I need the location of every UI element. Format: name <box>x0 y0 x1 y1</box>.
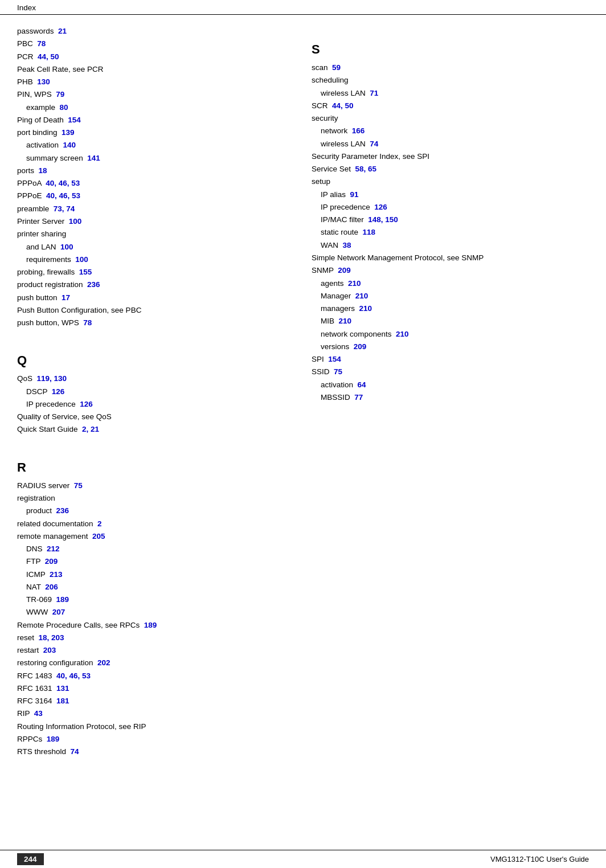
entry-scr: SCR 44, 50 <box>312 100 589 112</box>
entry-rfc3164: RFC 3164 181 <box>17 695 294 707</box>
entry-simple-network-mgmt: Simple Network Management Protocol, see … <box>312 252 589 264</box>
entry-wan: WAN 38 <box>312 239 589 252</box>
entry-ping-of-death: Ping of Death 154 <box>17 114 294 126</box>
entry-ip-mac-filter: IP/MAC filter 148, 150 <box>312 214 589 226</box>
entry-mbssid: MBSSID 77 <box>312 391 589 404</box>
entry-pppoe: PPPoE 40, 46, 53 <box>17 190 294 202</box>
index-entries-q: QoS 119, 130 DSCP 126 IP precedence 126 … <box>17 372 294 436</box>
footer-page: 244 <box>17 853 44 865</box>
section-s: S <box>312 42 589 57</box>
entry-activation-port: activation 140 <box>17 139 294 152</box>
entry-snmp: SNMP 209 <box>312 264 589 277</box>
section-q: Q <box>17 353 294 368</box>
header: Index <box>0 0 606 15</box>
section-r: R <box>17 460 294 475</box>
entry-restoring-config: restoring configuration 202 <box>17 657 294 669</box>
entry-nat: NAT 206 <box>17 581 294 593</box>
entry-icmp: ICMP 213 <box>17 568 294 581</box>
right-column: S scan 59 scheduling wireless LAN 71 SCR… <box>312 25 589 759</box>
entry-ssid: SSID 75 <box>312 366 589 378</box>
entry-push-button: push button 17 <box>17 292 294 304</box>
entry-peak-cell-rate: Peak Cell Rate, see PCR <box>17 63 294 76</box>
entry-rfc1631: RFC 1631 131 <box>17 682 294 695</box>
entry-tr069: TR-069 189 <box>17 593 294 606</box>
entry-versions: versions 209 <box>312 341 589 353</box>
entry-setup: setup <box>312 175 589 188</box>
entry-and-lan: and LAN 100 <box>17 241 294 253</box>
entry-related-documentation: related documentation 2 <box>17 518 294 530</box>
entry-dns: DNS 212 <box>17 543 294 555</box>
entry-ftp: FTP 209 <box>17 555 294 568</box>
entry-ip-precedence-q: IP precedence 126 <box>17 398 294 411</box>
left-column: passwords 21 PBC 78 PCR 44, 50 Peak Cell… <box>17 25 312 759</box>
entry-pbc: PBC 78 <box>17 38 294 50</box>
entry-printer-sharing: printer sharing <box>17 228 294 240</box>
entry-rts-threshold: RTS threshold 74 <box>17 746 294 758</box>
entry-phb: PHB 130 <box>17 76 294 88</box>
entry-ports: ports 18 <box>17 165 294 177</box>
entry-requirements: requirements 100 <box>17 253 294 266</box>
entry-mib: MIB 210 <box>312 315 589 327</box>
header-title: Index <box>17 3 36 12</box>
entry-product-registration: product registration 236 <box>17 279 294 291</box>
entry-quick-start-guide: Quick Start Guide 2, 21 <box>17 423 294 436</box>
entry-push-button-config: Push Button Configuration, see PBC <box>17 304 294 317</box>
entry-rfc1483: RFC 1483 40, 46, 53 <box>17 670 294 682</box>
index-entries-s: scan 59 scheduling wireless LAN 71 SCR 4… <box>312 62 589 404</box>
entry-push-button-wps: push button, WPS 78 <box>17 317 294 329</box>
index-entries-r: RADIUS server 75 registration product 23… <box>17 480 294 759</box>
entry-probing-firewalls: probing, firewalls 155 <box>17 266 294 279</box>
entry-port-binding: port binding 139 <box>17 126 294 139</box>
entry-managers: managers 210 <box>312 302 589 315</box>
entry-example: example 80 <box>17 101 294 114</box>
entry-quality-of-service: Quality of Service, see QoS <box>17 411 294 423</box>
entry-security: security <box>312 112 589 125</box>
footer: 244 VMG1312-T10C User's Guide <box>0 850 606 868</box>
entry-ip-precedence-s: IP precedence 126 <box>312 201 589 214</box>
entry-scheduling: scheduling <box>312 74 589 87</box>
entry-static-route: static route 118 <box>312 226 589 239</box>
entry-security-param-index: Security Parameter Index, see SPI <box>312 150 589 163</box>
entry-scan: scan 59 <box>312 62 589 74</box>
entry-remote-procedure-calls: Remote Procedure Calls, see RPCs 189 <box>17 619 294 632</box>
entry-rppcs: RPPCs 189 <box>17 733 294 746</box>
entry-ip-alias: IP alias 91 <box>312 189 589 201</box>
entry-printer-server: Printer Server 100 <box>17 215 294 228</box>
entry-summary-screen: summary screen 141 <box>17 152 294 165</box>
index-entries-p: passwords 21 PBC 78 PCR 44, 50 Peak Cell… <box>17 25 294 329</box>
entry-passwords: passwords 21 <box>17 25 294 38</box>
entry-remote-management: remote management 205 <box>17 530 294 543</box>
entry-spi: SPI 154 <box>312 353 589 366</box>
entry-www: WWW 207 <box>17 606 294 619</box>
entry-pin-wps: PIN, WPS 79 <box>17 88 294 101</box>
entry-pppoa: PPPoA 40, 46, 53 <box>17 177 294 190</box>
entry-reset: reset 18, 203 <box>17 632 294 644</box>
footer-title: VMG1312-T10C User's Guide <box>490 855 589 863</box>
entry-agents: agents 210 <box>312 277 589 290</box>
entry-network-components: network components 210 <box>312 328 589 341</box>
entry-wireless-lan-security: wireless LAN 74 <box>312 138 589 150</box>
entry-network-security: network 166 <box>312 125 589 137</box>
entry-dscp: DSCP 126 <box>17 386 294 398</box>
entry-preamble: preamble 73, 74 <box>17 203 294 215</box>
entry-restart: restart 203 <box>17 644 294 657</box>
entry-routing-info-protocol: Routing Information Protocol, see RIP <box>17 720 294 733</box>
entry-radius-server: RADIUS server 75 <box>17 480 294 492</box>
entry-service-set: Service Set 58, 65 <box>312 163 589 175</box>
entry-rip: RIP 43 <box>17 707 294 720</box>
entry-wireless-lan-scheduling: wireless LAN 71 <box>312 87 589 100</box>
entry-product: product 236 <box>17 505 294 517</box>
entry-pcr: PCR 44, 50 <box>17 51 294 63</box>
entry-qos: QoS 119, 130 <box>17 372 294 385</box>
entry-ssid-activation: activation 64 <box>312 379 589 391</box>
entry-manager: Manager 210 <box>312 290 589 302</box>
entry-registration: registration <box>17 492 294 505</box>
